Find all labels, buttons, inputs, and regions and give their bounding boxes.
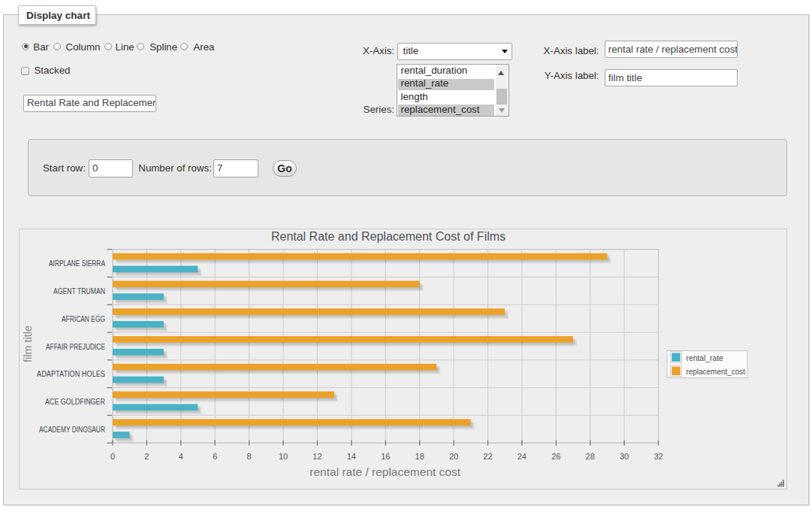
svg-text:24: 24 [518, 452, 527, 461]
svg-text:22: 22 [483, 452, 492, 461]
svg-text:6: 6 [213, 452, 217, 461]
svg-text:film title: film title [22, 326, 34, 362]
svg-text:10: 10 [279, 452, 288, 461]
svg-text:26: 26 [551, 452, 560, 461]
svg-text:32: 32 [654, 452, 663, 461]
svg-text:20: 20 [449, 452, 458, 461]
svg-text:ACE GOLDFINGER: ACE GOLDFINGER [45, 398, 105, 406]
svg-text:8: 8 [247, 452, 252, 461]
svg-text:0: 0 [110, 452, 115, 461]
svg-text:28: 28 [586, 452, 595, 461]
svg-text:2: 2 [144, 452, 149, 461]
svg-text:12: 12 [312, 452, 321, 461]
svg-text:30: 30 [620, 452, 629, 461]
svg-text:18: 18 [415, 452, 424, 461]
svg-text:16: 16 [381, 452, 390, 461]
svg-text:rental_rate: rental_rate [687, 353, 723, 362]
svg-text:4: 4 [179, 452, 183, 461]
svg-text:AFRICAN EGG: AFRICAN EGG [62, 315, 105, 323]
svg-text:Rental Rate and Replacement Co: Rental Rate and Replacement Cost of Film… [271, 230, 506, 243]
svg-text:14: 14 [347, 452, 356, 461]
svg-text:AGENT TRUMAN: AGENT TRUMAN [53, 287, 105, 295]
svg-text:AIRPLANE SIERRA: AIRPLANE SIERRA [49, 259, 105, 268]
svg-text:replacement_cost: replacement_cost [687, 366, 746, 376]
svg-text:AFFAIR PREJUDICE: AFFAIR PREJUDICE [46, 343, 105, 351]
svg-text:ADAPTATION HOLES: ADAPTATION HOLES [37, 370, 105, 378]
svg-text:ACADEMY DINOSAUR: ACADEMY DINOSAUR [39, 426, 105, 434]
svg-text:rental rate / replacement cost: rental rate / replacement cost [309, 465, 461, 478]
